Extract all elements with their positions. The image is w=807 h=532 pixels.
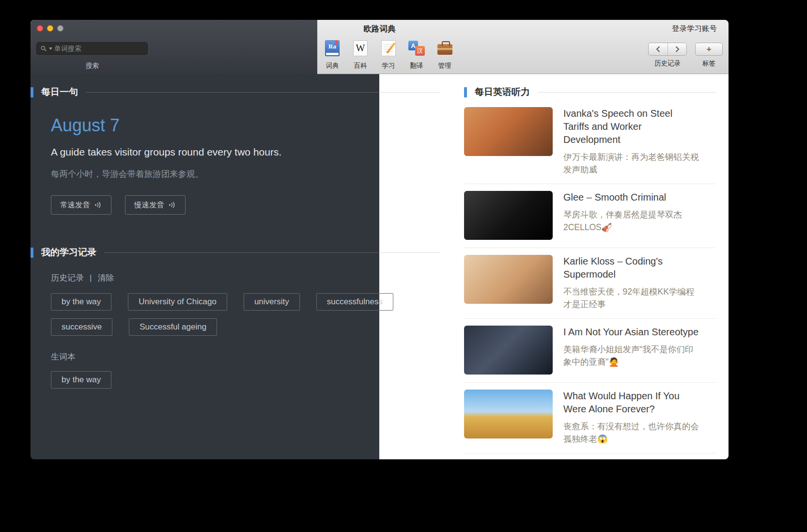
tool-dictionary[interactable]: Ra 词典 <box>318 39 346 70</box>
listening-item-title: What Would Happen If You Were Alone Fore… <box>563 390 699 416</box>
tool-translate-label: 翻译 <box>410 62 423 70</box>
daily-sentence-translation: 每两个小时，导游会带着旅游团来参观。 <box>51 168 440 180</box>
listening-item-subtitle: 不当维密天使，92年超模KK学编程才是正经事 <box>563 285 699 311</box>
slow-speed-label: 慢速发音 <box>134 200 164 210</box>
listening-item[interactable]: Ivanka's Speech on Steel Tariffs and Wor… <box>464 100 716 184</box>
left-pane: 每日一句 August 7 A guide takes visitor grou… <box>31 74 440 389</box>
tool-wikipedia[interactable]: W 百科 <box>346 39 374 70</box>
search-input[interactable] <box>54 45 143 52</box>
study-record-title: 我的学习记录 <box>41 246 96 259</box>
section-divider-line <box>104 252 440 253</box>
history-tag[interactable]: University of Chicago <box>128 293 227 311</box>
history-nav-label: 历史记录 <box>648 59 687 68</box>
notepad-pencil-icon <box>380 39 397 57</box>
chevron-right-icon <box>675 46 680 52</box>
minimize-button[interactable] <box>47 25 53 31</box>
listening-item-title: Ivanka's Speech on Steel Tariffs and Wor… <box>563 107 699 146</box>
listening-thumbnail <box>464 390 553 438</box>
tool-wikipedia-label: 百科 <box>354 62 367 70</box>
dictionary-icon: Ra <box>324 39 341 57</box>
listening-item-subtitle: 美籍华裔小姐姐发声“我不是你们印象中的亚裔”🙅 <box>563 343 699 368</box>
section-divider-line <box>538 92 716 93</box>
normal-speed-button[interactable]: 常速发音 <box>51 195 111 215</box>
chevron-down-icon <box>49 47 52 50</box>
wikipedia-icon: W <box>352 39 369 57</box>
clear-history-link[interactable]: 清除 <box>97 272 114 283</box>
listening-item-subtitle: 丧愈系：有没有想过，也许你真的会孤独终老😱 <box>563 420 699 445</box>
tool-manage-label: 管理 <box>438 62 451 70</box>
daily-sentence-date: August 7 <box>51 116 440 135</box>
slow-speed-button[interactable]: 慢速发音 <box>125 195 186 215</box>
history-divider: | <box>90 273 92 283</box>
section-accent-bar <box>31 87 33 97</box>
listening-list: Ivanka's Speech on Steel Tariffs and Wor… <box>464 100 716 454</box>
listening-item-subtitle: 伊万卡最新演讲：再为老爸钢铝关税发声助威 <box>563 151 699 176</box>
new-tab-group: + 标签 <box>695 43 723 68</box>
listening-item[interactable]: I Am Not Your Asian Stereotype 美籍华裔小姐姐发声… <box>464 319 716 383</box>
close-button[interactable] <box>37 25 43 31</box>
chevron-left-icon <box>656 46 660 52</box>
listening-item-title: Glee – Smooth Criminal <box>563 191 699 204</box>
wordbook-tag[interactable]: by the way <box>51 371 111 389</box>
listening-item[interactable]: Glee – Smooth Criminal 琴房斗歌，伴奏居然是提琴双杰2CE… <box>464 184 716 248</box>
listening-item-text: Glee – Smooth Criminal 琴房斗歌，伴奏居然是提琴双杰2CE… <box>563 191 699 240</box>
listening-item[interactable]: Karlie Kloss – Coding's Supermodel 不当维密天… <box>464 248 716 319</box>
daily-sentence-title: 每日一句 <box>41 86 78 98</box>
speaker-waves-icon <box>169 201 176 209</box>
search-pane-header: 搜索 <box>31 20 317 74</box>
listening-thumbnail <box>464 326 553 375</box>
forward-button[interactable] <box>667 43 686 55</box>
history-tag[interactable]: university <box>244 293 300 311</box>
listening-item[interactable]: What Would Happen If You Were Alone Fore… <box>464 383 716 454</box>
tool-dictionary-label: 词典 <box>326 62 339 70</box>
normal-speed-label: 常速发音 <box>60 200 90 210</box>
history-tags-row-2: successive Successful ageing <box>51 318 440 336</box>
listening-thumbnail <box>464 107 553 156</box>
briefcase-icon <box>436 39 453 57</box>
section-divider-line <box>86 92 440 93</box>
tabs-label: 标签 <box>695 59 723 68</box>
listening-header: 每日英语听力 <box>464 86 716 98</box>
section-accent-bar <box>464 87 467 97</box>
login-link[interactable]: 登录学习账号 <box>672 20 717 37</box>
listening-item-title: I Am Not Your Asian Stereotype <box>563 326 699 339</box>
listening-item-text: What Would Happen If You Were Alone Fore… <box>563 390 699 445</box>
history-row: 历史记录 | 清除 <box>51 272 440 283</box>
main-content: 每日一句 August 7 A guide takes visitor grou… <box>31 74 729 459</box>
history-label: 历史记录 <box>51 272 84 283</box>
wordbook-label: 生词本 <box>51 351 440 362</box>
listening-title-heading: 每日英语听力 <box>475 86 530 98</box>
tool-translate[interactable]: A 汉 翻译 <box>403 39 431 70</box>
history-tag[interactable]: Successful ageing <box>129 318 217 336</box>
traffic-lights <box>37 25 63 31</box>
daily-sentence-english: A guide takes visitor groups round every… <box>51 146 440 158</box>
back-button[interactable] <box>649 43 667 55</box>
daily-sentence-header: 每日一句 <box>31 86 440 98</box>
speaker-waves-icon <box>94 201 102 209</box>
listening-item-text: Karlie Kloss – Coding's Supermodel 不当维密天… <box>563 255 699 311</box>
word-search-field[interactable] <box>36 42 148 55</box>
listening-item-subtitle: 琴房斗歌，伴奏居然是提琴双杰2CELLOS🎻 <box>563 208 699 234</box>
listening-thumbnail <box>464 255 553 304</box>
eudic-window: 搜索 欧路词典 登录学习账号 Ra 词典 W <box>31 20 729 459</box>
pronunciation-buttons: 常速发音 慢速发音 <box>51 195 440 215</box>
toolbar-tools: Ra 词典 W 百科 <box>318 39 459 70</box>
section-accent-bar <box>31 248 33 258</box>
window-header: 搜索 欧路词典 登录学习账号 Ra 词典 W <box>31 20 729 74</box>
new-tab-button[interactable]: + <box>695 43 723 56</box>
tool-study[interactable]: 学习 <box>374 39 403 70</box>
right-pane: 每日英语听力 Ivanka's Speech on Steel Tariffs … <box>464 74 716 454</box>
zoom-button[interactable] <box>57 25 63 31</box>
listening-item-title: Karlie Kloss – Coding's Supermodel <box>563 255 699 281</box>
listening-item-text: I Am Not Your Asian Stereotype 美籍华裔小姐姐发声… <box>563 326 699 375</box>
history-tag[interactable]: successive <box>51 318 112 336</box>
history-tags-row-1: by the way University of Chicago univers… <box>51 293 440 311</box>
history-tag[interactable]: by the way <box>51 293 111 311</box>
tool-manage[interactable]: 管理 <box>431 39 459 70</box>
tool-study-label: 学习 <box>382 62 395 70</box>
search-section-label: 搜索 <box>31 62 154 70</box>
history-tag[interactable]: successfulness <box>316 293 393 311</box>
translate-icon: A 汉 <box>408 39 425 57</box>
search-icon <box>41 46 47 52</box>
history-nav-group: 历史记录 <box>648 43 687 68</box>
